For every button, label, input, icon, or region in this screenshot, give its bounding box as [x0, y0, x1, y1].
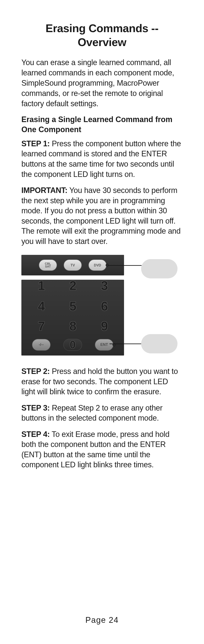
step-1-lead: STEP 1: [21, 139, 50, 148]
key-6: 6 [90, 296, 119, 316]
callout-line-bottom [109, 344, 142, 344]
tv-button: TV [63, 259, 82, 271]
step-2-lead: STEP 2: [21, 367, 50, 376]
callout-line-top [108, 265, 142, 266]
step-4-lead: STEP 4: [21, 430, 50, 438]
callout-bubble-bottom [141, 334, 178, 354]
callout-bubble-top [141, 259, 178, 278]
key-8: 8 [58, 316, 87, 336]
tv-label: TV [71, 264, 75, 267]
number-grid: 1 2 3 4 5 6 7 8 9 -/-- 0 ENT [21, 280, 124, 356]
step-3-lead: STEP 3: [21, 404, 50, 412]
section-heading: Erasing a Single Learned Command from On… [21, 114, 183, 135]
key-5: 5 [58, 296, 87, 316]
cbl-sat-button: CBL SAT [39, 259, 57, 271]
step-3: STEP 3: Repeat Step 2 to erase any other… [21, 403, 183, 423]
remote-keypad: 1 2 3 4 5 6 7 8 9 -/-- 0 ENT [21, 280, 124, 356]
ent-label: ENT [100, 342, 108, 347]
key-4: 4 [26, 296, 56, 316]
page-number: Page 24 [0, 616, 204, 625]
key-2: 2 [58, 280, 87, 291]
dvd-button: DVD [88, 259, 107, 271]
intro-paragraph: You can erase a single learned command, … [21, 58, 183, 108]
step-2: STEP 2: Press and hold the button you wa… [21, 366, 183, 397]
key-ent: ENT [95, 339, 114, 351]
key-1: 1 [26, 280, 56, 291]
key-7: 7 [26, 316, 56, 336]
important-text: You have 30 seconds to perform the next … [21, 186, 181, 246]
page-container: Erasing Commands -- Overview You can era… [0, 0, 204, 470]
key-dash: -/-- [32, 339, 51, 351]
remote-diagram: CBL SAT TV DVD 1 2 3 4 5 6 7 [21, 255, 183, 356]
key-ent-cell: ENT [90, 337, 119, 353]
key-0-cell: 0 [58, 337, 87, 353]
sat-label: SAT [45, 265, 51, 268]
key-0: 0 [63, 339, 82, 351]
key-dash-cell: -/-- [26, 337, 56, 353]
page-title: Erasing Commands -- Overview [21, 22, 183, 49]
important-lead: IMPORTANT: [21, 186, 67, 195]
important-note: IMPORTANT: You have 30 seconds to perfor… [21, 185, 183, 246]
key-3: 3 [90, 280, 119, 291]
step-4: STEP 4: To exit Erase mode, press and ho… [21, 429, 183, 470]
key-9: 9 [90, 316, 119, 336]
dvd-label: DVD [94, 264, 101, 267]
step-1: STEP 1: Press the component button where… [21, 138, 183, 179]
